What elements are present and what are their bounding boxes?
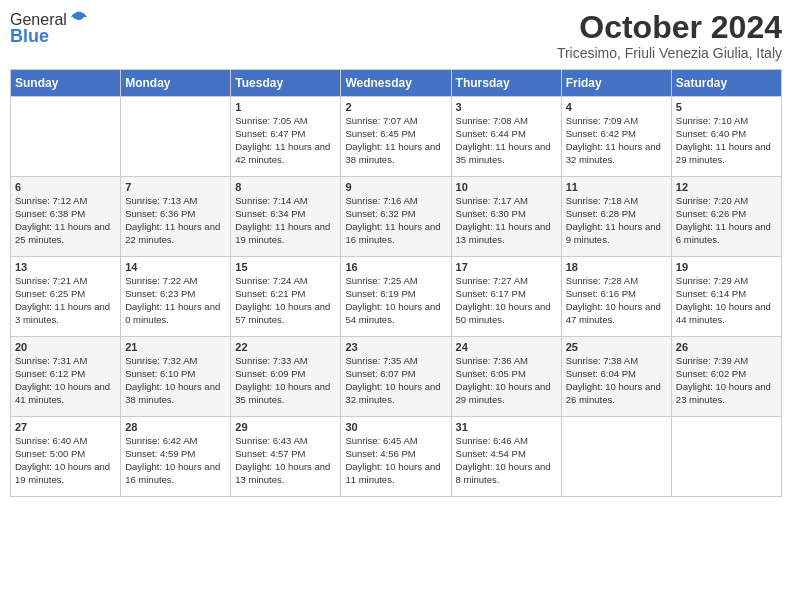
- day-number: 8: [235, 181, 336, 193]
- calendar-body: 1Sunrise: 7:05 AM Sunset: 6:47 PM Daylig…: [11, 97, 782, 497]
- day-cell: 31Sunrise: 6:46 AM Sunset: 4:54 PM Dayli…: [451, 417, 561, 497]
- day-number: 25: [566, 341, 667, 353]
- day-cell: 13Sunrise: 7:21 AM Sunset: 6:25 PM Dayli…: [11, 257, 121, 337]
- day-cell: 15Sunrise: 7:24 AM Sunset: 6:21 PM Dayli…: [231, 257, 341, 337]
- month-title: October 2024: [557, 10, 782, 45]
- day-info: Sunrise: 7:09 AM Sunset: 6:42 PM Dayligh…: [566, 115, 667, 166]
- day-info: Sunrise: 7:28 AM Sunset: 6:16 PM Dayligh…: [566, 275, 667, 326]
- title-block: October 2024 Tricesimo, Friuli Venezia G…: [557, 10, 782, 61]
- day-number: 1: [235, 101, 336, 113]
- day-cell: 24Sunrise: 7:36 AM Sunset: 6:05 PM Dayli…: [451, 337, 561, 417]
- day-cell: 27Sunrise: 6:40 AM Sunset: 5:00 PM Dayli…: [11, 417, 121, 497]
- day-cell: [121, 97, 231, 177]
- day-info: Sunrise: 7:25 AM Sunset: 6:19 PM Dayligh…: [345, 275, 446, 326]
- day-info: Sunrise: 7:14 AM Sunset: 6:34 PM Dayligh…: [235, 195, 336, 246]
- day-number: 20: [15, 341, 116, 353]
- day-info: Sunrise: 7:22 AM Sunset: 6:23 PM Dayligh…: [125, 275, 226, 326]
- day-info: Sunrise: 7:08 AM Sunset: 6:44 PM Dayligh…: [456, 115, 557, 166]
- week-row-5: 27Sunrise: 6:40 AM Sunset: 5:00 PM Dayli…: [11, 417, 782, 497]
- day-cell: 14Sunrise: 7:22 AM Sunset: 6:23 PM Dayli…: [121, 257, 231, 337]
- day-cell: 29Sunrise: 6:43 AM Sunset: 4:57 PM Dayli…: [231, 417, 341, 497]
- day-info: Sunrise: 7:07 AM Sunset: 6:45 PM Dayligh…: [345, 115, 446, 166]
- day-cell: 4Sunrise: 7:09 AM Sunset: 6:42 PM Daylig…: [561, 97, 671, 177]
- day-info: Sunrise: 6:42 AM Sunset: 4:59 PM Dayligh…: [125, 435, 226, 486]
- day-number: 26: [676, 341, 777, 353]
- day-number: 24: [456, 341, 557, 353]
- week-row-2: 6Sunrise: 7:12 AM Sunset: 6:38 PM Daylig…: [11, 177, 782, 257]
- day-info: Sunrise: 7:17 AM Sunset: 6:30 PM Dayligh…: [456, 195, 557, 246]
- day-number: 30: [345, 421, 446, 433]
- day-cell: 9Sunrise: 7:16 AM Sunset: 6:32 PM Daylig…: [341, 177, 451, 257]
- day-info: Sunrise: 7:36 AM Sunset: 6:05 PM Dayligh…: [456, 355, 557, 406]
- day-info: Sunrise: 7:12 AM Sunset: 6:38 PM Dayligh…: [15, 195, 116, 246]
- day-cell: 25Sunrise: 7:38 AM Sunset: 6:04 PM Dayli…: [561, 337, 671, 417]
- day-number: 28: [125, 421, 226, 433]
- day-cell: 17Sunrise: 7:27 AM Sunset: 6:17 PM Dayli…: [451, 257, 561, 337]
- day-info: Sunrise: 7:38 AM Sunset: 6:04 PM Dayligh…: [566, 355, 667, 406]
- day-header-monday: Monday: [121, 70, 231, 97]
- day-number: 6: [15, 181, 116, 193]
- day-header-thursday: Thursday: [451, 70, 561, 97]
- day-cell: [11, 97, 121, 177]
- day-header-friday: Friday: [561, 70, 671, 97]
- day-cell: 18Sunrise: 7:28 AM Sunset: 6:16 PM Dayli…: [561, 257, 671, 337]
- logo: General Blue: [10, 10, 89, 47]
- day-info: Sunrise: 7:10 AM Sunset: 6:40 PM Dayligh…: [676, 115, 777, 166]
- day-number: 13: [15, 261, 116, 273]
- day-cell: 28Sunrise: 6:42 AM Sunset: 4:59 PM Dayli…: [121, 417, 231, 497]
- day-cell: 11Sunrise: 7:18 AM Sunset: 6:28 PM Dayli…: [561, 177, 671, 257]
- day-cell: [561, 417, 671, 497]
- calendar-header: SundayMondayTuesdayWednesdayThursdayFrid…: [11, 70, 782, 97]
- day-info: Sunrise: 6:40 AM Sunset: 5:00 PM Dayligh…: [15, 435, 116, 486]
- day-cell: 2Sunrise: 7:07 AM Sunset: 6:45 PM Daylig…: [341, 97, 451, 177]
- day-info: Sunrise: 7:33 AM Sunset: 6:09 PM Dayligh…: [235, 355, 336, 406]
- day-cell: 6Sunrise: 7:12 AM Sunset: 6:38 PM Daylig…: [11, 177, 121, 257]
- day-number: 10: [456, 181, 557, 193]
- day-info: Sunrise: 7:20 AM Sunset: 6:26 PM Dayligh…: [676, 195, 777, 246]
- day-info: Sunrise: 7:31 AM Sunset: 6:12 PM Dayligh…: [15, 355, 116, 406]
- day-number: 21: [125, 341, 226, 353]
- day-info: Sunrise: 6:43 AM Sunset: 4:57 PM Dayligh…: [235, 435, 336, 486]
- day-number: 22: [235, 341, 336, 353]
- day-info: Sunrise: 7:32 AM Sunset: 6:10 PM Dayligh…: [125, 355, 226, 406]
- day-cell: 30Sunrise: 6:45 AM Sunset: 4:56 PM Dayli…: [341, 417, 451, 497]
- day-info: Sunrise: 7:13 AM Sunset: 6:36 PM Dayligh…: [125, 195, 226, 246]
- day-cell: 16Sunrise: 7:25 AM Sunset: 6:19 PM Dayli…: [341, 257, 451, 337]
- day-info: Sunrise: 7:27 AM Sunset: 6:17 PM Dayligh…: [456, 275, 557, 326]
- day-header-sunday: Sunday: [11, 70, 121, 97]
- day-cell: 22Sunrise: 7:33 AM Sunset: 6:09 PM Dayli…: [231, 337, 341, 417]
- day-number: 4: [566, 101, 667, 113]
- day-cell: 20Sunrise: 7:31 AM Sunset: 6:12 PM Dayli…: [11, 337, 121, 417]
- day-cell: 7Sunrise: 7:13 AM Sunset: 6:36 PM Daylig…: [121, 177, 231, 257]
- day-info: Sunrise: 7:18 AM Sunset: 6:28 PM Dayligh…: [566, 195, 667, 246]
- day-number: 11: [566, 181, 667, 193]
- day-number: 29: [235, 421, 336, 433]
- week-row-3: 13Sunrise: 7:21 AM Sunset: 6:25 PM Dayli…: [11, 257, 782, 337]
- day-cell: 5Sunrise: 7:10 AM Sunset: 6:40 PM Daylig…: [671, 97, 781, 177]
- day-header-tuesday: Tuesday: [231, 70, 341, 97]
- week-row-1: 1Sunrise: 7:05 AM Sunset: 6:47 PM Daylig…: [11, 97, 782, 177]
- day-cell: 1Sunrise: 7:05 AM Sunset: 6:47 PM Daylig…: [231, 97, 341, 177]
- logo-bird-icon: [69, 10, 89, 30]
- day-number: 15: [235, 261, 336, 273]
- week-row-4: 20Sunrise: 7:31 AM Sunset: 6:12 PM Dayli…: [11, 337, 782, 417]
- day-cell: [671, 417, 781, 497]
- day-info: Sunrise: 7:24 AM Sunset: 6:21 PM Dayligh…: [235, 275, 336, 326]
- day-number: 12: [676, 181, 777, 193]
- day-info: Sunrise: 6:45 AM Sunset: 4:56 PM Dayligh…: [345, 435, 446, 486]
- day-cell: 21Sunrise: 7:32 AM Sunset: 6:10 PM Dayli…: [121, 337, 231, 417]
- day-info: Sunrise: 7:05 AM Sunset: 6:47 PM Dayligh…: [235, 115, 336, 166]
- day-cell: 19Sunrise: 7:29 AM Sunset: 6:14 PM Dayli…: [671, 257, 781, 337]
- day-number: 23: [345, 341, 446, 353]
- day-info: Sunrise: 7:29 AM Sunset: 6:14 PM Dayligh…: [676, 275, 777, 326]
- page-header: General Blue October 2024 Tricesimo, Fri…: [10, 10, 782, 61]
- day-number: 18: [566, 261, 667, 273]
- day-number: 16: [345, 261, 446, 273]
- day-header-wednesday: Wednesday: [341, 70, 451, 97]
- day-number: 3: [456, 101, 557, 113]
- day-info: Sunrise: 7:39 AM Sunset: 6:02 PM Dayligh…: [676, 355, 777, 406]
- day-number: 7: [125, 181, 226, 193]
- location-title: Tricesimo, Friuli Venezia Giulia, Italy: [557, 45, 782, 61]
- day-cell: 8Sunrise: 7:14 AM Sunset: 6:34 PM Daylig…: [231, 177, 341, 257]
- day-info: Sunrise: 7:16 AM Sunset: 6:32 PM Dayligh…: [345, 195, 446, 246]
